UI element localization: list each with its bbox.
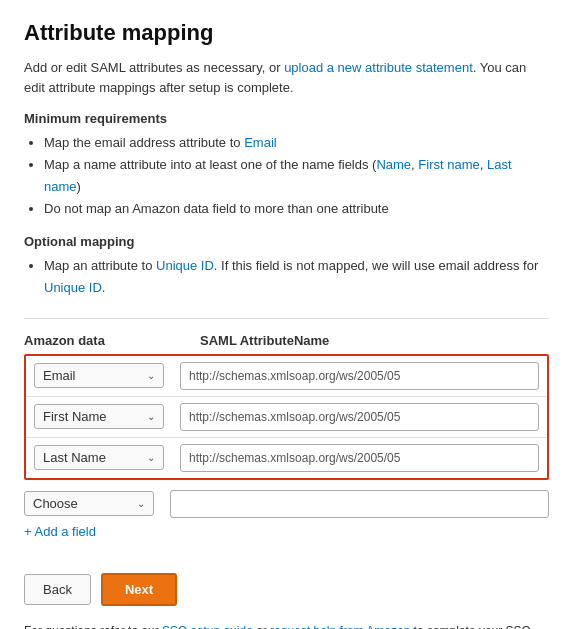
optional-mapping-section: Optional mapping Map an attribute to Uni…: [24, 234, 549, 299]
firstname-dropdown[interactable]: First Name ⌄: [34, 404, 164, 429]
email-chevron-icon: ⌄: [147, 370, 155, 381]
col-header-amazon: Amazon data: [24, 333, 184, 348]
next-button[interactable]: Next: [101, 573, 177, 606]
min-req-item-3: Do not map an Amazon data field to more …: [44, 198, 549, 220]
lastname-dropdown[interactable]: Last Name ⌄: [34, 445, 164, 470]
unique-id-link-2[interactable]: Unique ID: [44, 280, 102, 295]
request-help-link[interactable]: request help from Amazon: [270, 624, 410, 629]
min-req-item-1: Map the email address attribute to Email: [44, 132, 549, 154]
choose-chevron-icon: ⌄: [137, 498, 145, 509]
opt-mapping-item-1: Map an attribute to Unique ID. If this f…: [44, 255, 549, 299]
footer-prefix: For questions refer to our: [24, 624, 162, 629]
optional-choose-row: Choose ⌄: [24, 490, 549, 518]
email-dropdown[interactable]: Email ⌄: [34, 363, 164, 388]
intro-paragraph: Add or edit SAML attributes as necessary…: [24, 58, 549, 97]
table-row: First Name ⌄: [26, 397, 547, 438]
firstname-chevron-icon: ⌄: [147, 411, 155, 422]
name-link[interactable]: Name: [376, 157, 411, 172]
upload-statement-link[interactable]: upload a new attribute statement: [284, 60, 473, 75]
opt-mapping-title: Optional mapping: [24, 234, 549, 249]
sso-guide-link[interactable]: SSO setup guide: [162, 624, 253, 629]
min-req-title: Minimum requirements: [24, 111, 549, 126]
add-field-link[interactable]: + Add a field: [24, 524, 96, 539]
min-req-item-2: Map a name attribute into at least one o…: [44, 154, 549, 198]
firstname-saml-input[interactable]: [180, 403, 539, 431]
footer-middle: or: [253, 624, 270, 629]
table-row: Last Name ⌄: [26, 438, 547, 478]
choose-dropdown[interactable]: Choose ⌄: [24, 491, 154, 516]
lastname-saml-input[interactable]: [180, 444, 539, 472]
opt-mapping-list: Map an attribute to Unique ID. If this f…: [24, 255, 549, 299]
table-row: Email ⌄: [26, 356, 547, 397]
col-header-saml: SAML AttributeName: [200, 333, 549, 348]
divider: [24, 318, 549, 319]
unique-id-link-1[interactable]: Unique ID: [156, 258, 214, 273]
choose-dropdown-label: Choose: [33, 496, 78, 511]
mapping-table-header: Amazon data SAML AttributeName: [24, 333, 549, 348]
min-req-list: Map the email address attribute to Email…: [24, 132, 549, 220]
email-saml-input[interactable]: [180, 362, 539, 390]
footer-paragraph: For questions refer to our SSO setup gui…: [24, 622, 549, 629]
lastname-chevron-icon: ⌄: [147, 452, 155, 463]
intro-text-prefix: Add or edit SAML attributes as necessary…: [24, 60, 284, 75]
firstname-dropdown-label: First Name: [43, 409, 107, 424]
email-dropdown-label: Email: [43, 368, 76, 383]
back-button[interactable]: Back: [24, 574, 91, 605]
minimum-requirements-section: Minimum requirements Map the email addre…: [24, 111, 549, 220]
email-link[interactable]: Email: [244, 135, 277, 150]
lastname-dropdown-label: Last Name: [43, 450, 106, 465]
choose-saml-input[interactable]: [170, 490, 549, 518]
button-row: Back Next: [24, 573, 549, 606]
required-mapping-rows: Email ⌄ First Name ⌄ Last Name ⌄: [24, 354, 549, 480]
firstname-link[interactable]: First name: [418, 157, 479, 172]
page-title: Attribute mapping: [24, 20, 549, 46]
